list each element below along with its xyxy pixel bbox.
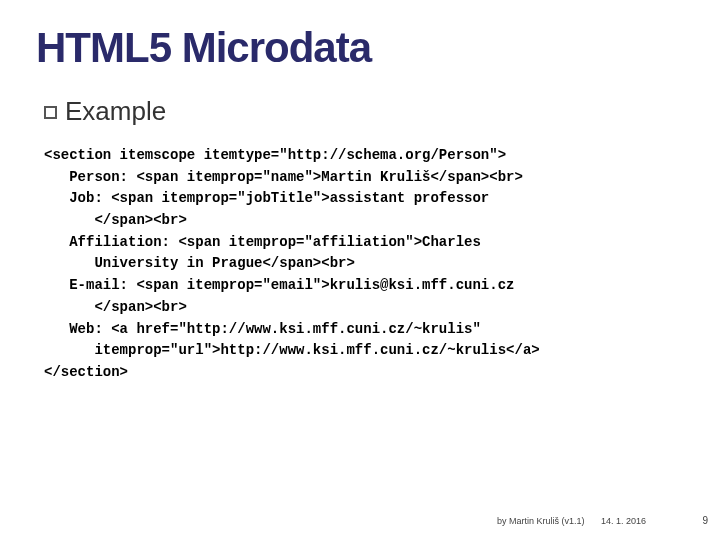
footer: by Martin Kruliš (v1.1) 14. 1. 2016 <box>497 516 684 526</box>
footer-author: by Martin Kruliš (v1.1) <box>497 516 585 526</box>
subtitle-text: Example <box>65 96 166 127</box>
page-title: HTML5 Microdata <box>36 24 684 72</box>
bullet-icon <box>44 106 57 119</box>
page-number: 9 <box>702 515 708 526</box>
slide: HTML5 Microdata Example <section itemsco… <box>0 0 720 540</box>
footer-date: 14. 1. 2016 <box>601 516 646 526</box>
code-block: <section itemscope itemtype="http://sche… <box>44 145 684 384</box>
subtitle-row: Example <box>44 96 684 127</box>
